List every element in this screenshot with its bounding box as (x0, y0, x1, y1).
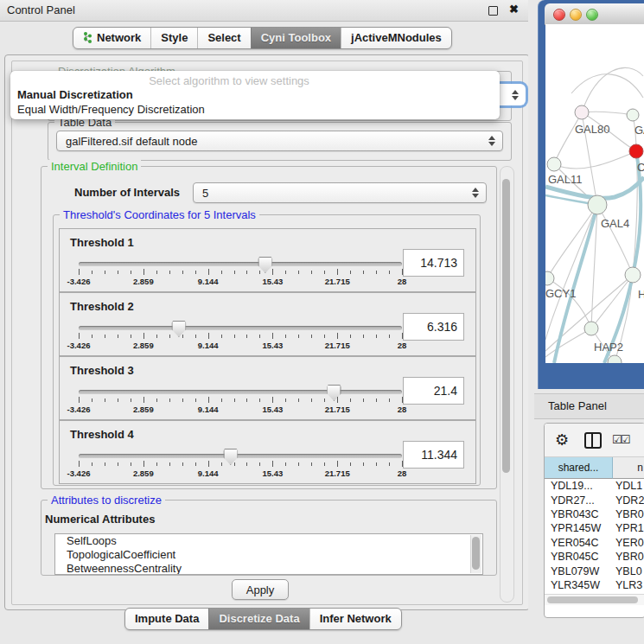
tick-mark (246, 399, 247, 402)
tab-style[interactable]: Style (150, 28, 197, 48)
zoom-traffic-light[interactable] (586, 9, 598, 21)
column-header-shared-name[interactable]: shared... (545, 457, 613, 479)
tick-mark (350, 462, 351, 466)
tick-mark (246, 462, 247, 466)
column-header-name[interactable]: n (613, 457, 644, 479)
cell[interactable]: YDR2 (612, 494, 644, 507)
tab-discretize-data[interactable]: Discretize Data (208, 609, 309, 629)
threshold-4-slider[interactable] (79, 454, 402, 459)
network-node[interactable] (575, 105, 589, 119)
cell[interactable]: YBR0 (612, 508, 644, 520)
dropdown-option-manual[interactable]: Manual Discretization (17, 88, 133, 101)
table-row[interactable]: YBR045CYBR0 (545, 550, 644, 564)
list-scrollbar[interactable] (470, 535, 481, 573)
network-node[interactable] (629, 144, 643, 158)
dropdown-option-equal-width[interactable]: Equal Width/Frequency Discretization (17, 103, 205, 116)
float-window-icon[interactable] (488, 6, 498, 16)
tick-label: 15.43 (263, 405, 284, 414)
list-item[interactable]: SelfLoops (55, 534, 482, 548)
threshold-value-field[interactable]: 6.316 (403, 313, 464, 341)
node-label: H (638, 288, 644, 301)
cell[interactable]: YER0 (612, 537, 644, 549)
cell[interactable]: YPR1 (612, 522, 644, 534)
panel-scrollbar[interactable] (500, 166, 514, 603)
apply-button[interactable]: Apply (232, 579, 289, 600)
table-row[interactable]: YER054CYER0 (545, 536, 644, 550)
table-row[interactable]: YLR345WYLR3 (545, 578, 644, 592)
tick-mark (298, 462, 299, 466)
table-row[interactable]: YBR043CYBR0 (545, 507, 644, 521)
tab-infer-network[interactable]: Infer Network (309, 609, 401, 629)
table-row[interactable]: YDL19...YDL1 (545, 479, 644, 493)
table-toolbar: ⚙ ☑☑ (545, 424, 644, 457)
threshold-3-panel: Threshold 3 -3.4262.8599.14415.4321.7152… (59, 356, 476, 420)
threshold-3-slider[interactable] (79, 390, 402, 395)
tab-label: Infer Network (320, 612, 392, 625)
close-traffic-light[interactable] (553, 9, 565, 21)
tab-network[interactable]: Network (73, 28, 150, 48)
cell[interactable]: YDL19... (545, 480, 612, 492)
tick-label: 9.144 (198, 405, 219, 414)
threshold-value-field[interactable]: 21.4 (403, 377, 464, 405)
network-node[interactable] (584, 322, 598, 335)
number-of-intervals-combobox[interactable]: 5 (193, 182, 487, 203)
tick-label: 15.43 (263, 341, 284, 350)
algorithm-dropdown-popup: Select algorithm to view settings Manual… (10, 71, 500, 119)
cell[interactable]: YER054C (545, 537, 612, 549)
network-canvas[interactable]: GAL80GACGAL11GAL4GCY1HHAP2 (545, 24, 644, 363)
network-node[interactable] (545, 271, 554, 285)
table-row[interactable]: YPR145WYPR1 (545, 521, 644, 535)
network-node[interactable] (608, 355, 622, 363)
tick-mark (92, 335, 92, 338)
tab-impute-data[interactable]: Impute Data (125, 609, 208, 629)
table-row[interactable]: YDR27...YDR2 (545, 493, 644, 507)
cell[interactable]: YBL079W (545, 565, 612, 577)
cell[interactable]: YLR345W (545, 579, 612, 591)
network-node[interactable] (625, 267, 641, 283)
minimize-traffic-light[interactable] (570, 9, 582, 21)
combo-stepper-icon (512, 90, 519, 100)
node-label: GAL11 (548, 173, 583, 186)
cell[interactable]: YDR27... (545, 494, 612, 507)
table-horizontal-scrollbar[interactable] (545, 594, 644, 605)
network-window-titlebar[interactable] (545, 3, 644, 25)
cell[interactable]: YPR145W (545, 522, 612, 534)
tab-select[interactable]: Select (197, 28, 250, 48)
threshold-value-field[interactable]: 14.713 (403, 249, 464, 277)
cell[interactable]: YBR0 (612, 551, 644, 563)
cell[interactable]: YDL1 (612, 480, 644, 492)
threshold-1-slider[interactable] (79, 262, 402, 267)
scrollbar-thumb[interactable] (502, 179, 510, 473)
network-icon (83, 32, 92, 43)
tab-jactivemnodules[interactable]: jActiveMNodules (341, 28, 451, 48)
tick-mark (234, 335, 235, 338)
threshold-value-field[interactable]: 11.344 (403, 441, 464, 469)
table-header-row: shared... n (545, 457, 644, 479)
cell[interactable]: YBR045C (545, 551, 612, 563)
numerical-attributes-list[interactable]: SelfLoops TopologicalCoefficient Between… (54, 533, 483, 575)
tick-mark (143, 397, 144, 403)
scrollbar-thumb[interactable] (472, 537, 480, 570)
network-node[interactable] (588, 195, 607, 214)
network-node[interactable] (547, 157, 561, 171)
list-item[interactable]: TopologicalCoefficient (55, 548, 482, 562)
scrollbar-thumb[interactable] (547, 596, 638, 603)
cell[interactable]: YBR043C (545, 508, 612, 520)
table-data-combobox[interactable]: galFiltered.sif default node (56, 131, 503, 151)
threshold-2-slider[interactable] (79, 326, 402, 331)
cell[interactable]: YLR3 (612, 579, 644, 591)
list-item[interactable]: BetweennessCentrality (55, 562, 482, 575)
close-icon[interactable]: ✖ (509, 3, 519, 16)
tab-cyni-toolbox[interactable]: Cyni Toolbox (251, 28, 341, 48)
network-view-window[interactable]: GAL80GACGAL11GAL4GCY1HHAP2 (538, 0, 644, 389)
tick-mark (259, 335, 260, 338)
network-nodes[interactable]: GAL80GACGAL11GAL4GCY1HHAP2 (545, 105, 644, 363)
tick-label: 15.43 (263, 277, 284, 286)
network-node[interactable] (627, 109, 639, 121)
cell[interactable]: YBL0 (612, 565, 644, 577)
tick-mark (169, 399, 170, 402)
gear-icon[interactable]: ⚙ (555, 430, 569, 450)
select-columns-icon[interactable]: ☑☑ (612, 433, 628, 446)
table-row[interactable]: YBL079WYBL0 (545, 564, 644, 577)
split-columns-icon[interactable] (584, 432, 602, 449)
